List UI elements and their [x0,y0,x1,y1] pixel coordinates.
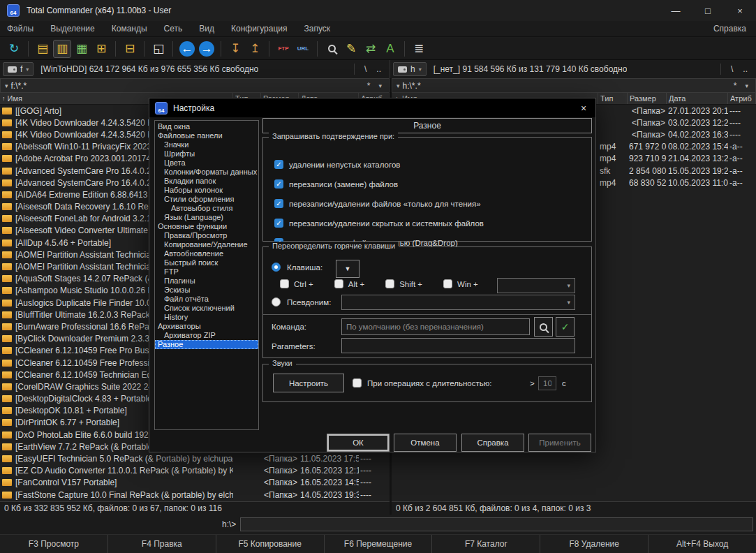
ftp-connect-icon[interactable]: FTP [274,40,292,58]
configure-sounds-button[interactable]: Настроить [273,374,344,392]
settings-tree-item[interactable]: Вкладки папок [155,177,258,186]
compare-contents-icon[interactable]: A [381,40,399,58]
settings-tree-item[interactable]: Файл отчёта [155,295,258,304]
settings-tree-item[interactable]: Основные функции [155,222,258,231]
ok-button[interactable]: ОК [327,434,390,452]
notepad-icon[interactable]: ≣ [410,40,428,58]
sync-dirs-icon[interactable]: ⇄ [362,40,380,58]
dialog-close-button[interactable]: × [572,103,595,114]
settings-tree-item[interactable]: Разное [155,340,258,349]
command-search-button[interactable] [534,317,553,337]
settings-tree-item[interactable]: Автовыбор стиля [155,204,258,213]
pack-files-icon[interactable]: ↧ [226,40,244,58]
file-row[interactable]: [FanControl V157 Portable]<Папка>16.05.2… [0,477,390,489]
fn-button-F5[interactable]: F5 Копирование [216,535,324,553]
right-up-button[interactable]: .. [743,64,748,74]
left-drive-combo[interactable]: f ▾ [3,62,34,76]
settings-tree-item[interactable]: Файловые панели [155,131,258,140]
help-button[interactable]: Справка [461,434,524,452]
settings-tree-item[interactable]: Шрифты [155,149,258,158]
settings-tree-item[interactable]: Язык (Language) [155,213,258,222]
settings-tree-item[interactable]: Плагины [155,276,258,286]
column-header-Тип[interactable]: Тип [598,93,628,104]
apply-button[interactable]: Применить [528,434,591,452]
favorites-star-icon[interactable]: * [734,81,737,91]
settings-tree-item[interactable]: Быстрый поиск [155,258,258,267]
settings-tree-item[interactable]: Цвета [155,158,258,168]
settings-tree-item[interactable]: Стили оформления [155,195,258,204]
brief-view-icon[interactable]: ▤ [34,40,52,58]
modifier-checkbox[interactable] [280,279,289,288]
confirm-checkbox[interactable]: ✓ [274,179,283,189]
key-radio[interactable] [272,263,281,272]
quick-view-icon[interactable]: ◱ [149,40,168,58]
close-button[interactable]: × [724,0,756,21]
right-path-bar[interactable]: ▾ h:\*.* * ▾ [392,78,756,93]
menu-Вид[interactable]: Вид [199,24,214,34]
cancel-button[interactable]: Отмена [394,434,457,452]
settings-tree-item[interactable]: Наборы колонок [155,186,258,195]
ftp-url-icon[interactable]: URL [294,40,312,58]
back-icon[interactable]: ← [179,41,195,57]
settings-tree-item[interactable]: Архиватор ZIP [155,331,258,340]
confirm-checkbox[interactable]: ✓ [274,160,283,169]
confirm-checkbox[interactable]: ✓ [274,199,283,208]
menu-Команды[interactable]: Команды [112,24,147,34]
settings-tree-item[interactable]: Эскизы [155,286,258,295]
maximize-button[interactable]: □ [692,0,724,21]
file-row[interactable]: [FastStone Capture 10.0 Final RePack (& … [0,489,390,501]
favorites-star-icon[interactable]: * [367,81,371,91]
settings-tree-item[interactable]: Правка/Просмотр [155,231,258,240]
menu-Запуск[interactable]: Запуск [304,24,331,34]
modifier-checkbox[interactable] [334,279,343,288]
fn-button-F4[interactable]: F4 Правка [108,535,216,553]
history-chevron-icon[interactable]: ▾ [378,82,382,89]
settings-tree-item[interactable]: History [155,313,258,322]
duration-input[interactable] [538,376,556,390]
minimize-button[interactable]: — [660,0,692,21]
right-root-button[interactable]: \ [731,64,733,74]
menu-Сеть[interactable]: Сеть [164,24,183,34]
folder-tree-icon[interactable]: ⊟ [121,40,139,58]
file-row[interactable]: [EZ CD Audio Converter 11.0.0.1 RePack (… [0,465,390,477]
duration-checkbox[interactable] [353,378,362,388]
fn-button-F7[interactable]: F7 Каталог [431,535,540,553]
refresh-icon[interactable]: ↻ [5,40,23,58]
settings-tree-item[interactable]: Копирование/Удаление [155,240,258,249]
settings-tree-item[interactable]: Значки [155,140,258,149]
fn-button-F6[interactable]: F6 Перемещение [324,535,432,553]
modifier-checkbox[interactable] [443,279,452,288]
modifier-checkbox[interactable] [385,279,394,288]
menu-help[interactable]: Справка [713,24,746,34]
fn-button-F8[interactable]: F8 Удаление [540,535,648,553]
right-drive-combo[interactable]: h ▾ [393,62,427,76]
settings-tree-item[interactable]: Архиваторы [155,322,258,331]
file-row[interactable]: [EasyUEFI Technician 5.0 RePack (& Porta… [0,452,390,464]
full-view-icon[interactable]: ▥ [53,40,71,58]
menu-Конфигурация[interactable]: Конфигурация [231,24,288,34]
command-input[interactable] [341,318,530,335]
menu-Файлы[interactable]: Файлы [7,24,34,34]
menu-Выделение[interactable]: Выделение [50,24,95,34]
column-header-Атриб[interactable]: Атриб [728,93,756,104]
forward-icon[interactable]: → [199,41,214,57]
fn-button-Alt+F4[interactable]: Alt+F4 Выход [648,535,756,553]
settings-tree-item[interactable]: Колонки/Форматы данных [155,168,258,177]
column-header-Размер[interactable]: Размер [628,93,667,104]
confirm-checkbox[interactable]: ✓ [274,219,283,228]
settings-tree-item[interactable]: Вид окна [155,122,258,131]
alias-radio[interactable] [272,297,281,307]
settings-tree-item[interactable]: Автообновление [155,249,258,258]
key-combobox[interactable]: ▾ [497,278,575,293]
multi-rename-icon[interactable]: ✎ [342,40,360,58]
alias-combobox[interactable]: ▾ [341,295,575,310]
settings-tree-item[interactable]: FTP [155,267,258,276]
history-chevron-icon[interactable]: ▾ [745,82,748,89]
key-dropdown-button[interactable]: ▼ [336,260,360,278]
parameters-input[interactable] [341,338,575,353]
tree-view-icon[interactable]: ⊞ [92,40,110,58]
settings-tree-item[interactable]: Список исключений [155,304,258,313]
left-up-button[interactable]: .. [376,64,381,74]
command-line-input[interactable] [240,517,753,531]
command-apply-button[interactable]: ✓ [556,317,575,337]
